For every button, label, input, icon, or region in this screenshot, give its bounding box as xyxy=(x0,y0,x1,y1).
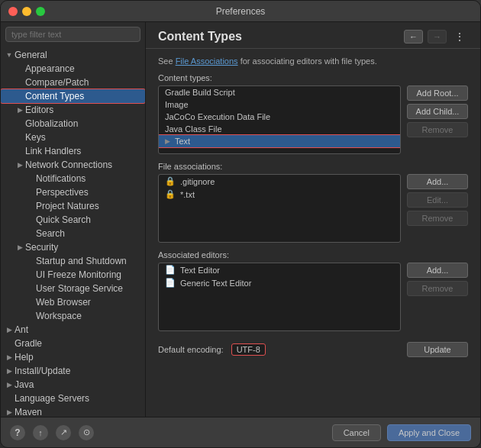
apply-close-button[interactable]: Apply and Close xyxy=(387,424,471,441)
sidebar-item-general[interactable]: General xyxy=(1,48,145,62)
sidebar-item-startup-shutdown[interactable]: Startup and Shutdown xyxy=(1,254,145,268)
sidebar-item-label-maven: Maven xyxy=(15,407,42,417)
sidebar-item-help[interactable]: Help xyxy=(1,350,145,364)
sidebar-item-security[interactable]: Security xyxy=(1,240,145,254)
sidebar-item-label-appearance: Appearance xyxy=(25,63,75,74)
settings-icon[interactable]: ⊙ xyxy=(79,425,94,440)
sidebar-item-workspace[interactable]: Workspace xyxy=(1,309,145,323)
title-bar: Preferences xyxy=(1,1,480,22)
sidebar-item-label-general: General xyxy=(15,50,47,60)
encoding-value[interactable]: UTF-8 xyxy=(231,343,266,356)
info-text2: for associating editors with file types. xyxy=(238,56,377,66)
preferences-window: Preferences GeneralAppearanceCompare/Pat… xyxy=(0,0,481,448)
sidebar-item-label-link-handlers: Link Handlers xyxy=(25,146,81,156)
content-type-row[interactable]: Gradle Build Script xyxy=(159,86,400,98)
tree-arrow-ant xyxy=(4,326,15,334)
content-types-with-buttons: Gradle Build ScriptImageJaCoCo Execution… xyxy=(158,85,468,154)
sidebar-item-label-java: Java xyxy=(15,379,34,390)
file-assoc-row[interactable]: 🔒.gitignore xyxy=(159,175,400,188)
sidebar-item-label-workspace: Workspace xyxy=(36,311,82,321)
content-type-btn-add-root---[interactable]: Add Root... xyxy=(407,85,468,101)
content-type-label: Text xyxy=(175,137,190,146)
sidebar-item-network-connections[interactable]: Network Connections xyxy=(1,158,145,172)
filter-input[interactable] xyxy=(5,27,140,42)
sidebar-item-globalization[interactable]: Globalization xyxy=(1,117,145,131)
assoc-editor-row[interactable]: 📄Text Editor xyxy=(159,263,400,276)
help-icon[interactable]: ? xyxy=(10,425,25,440)
sidebar-item-label-language-servers: Language Servers xyxy=(15,393,89,404)
sidebar-item-project-natures[interactable]: Project Natures xyxy=(1,199,145,213)
more-button[interactable]: ⋮ xyxy=(451,31,468,43)
content-type-row[interactable]: JaCoCo Execution Data File xyxy=(159,111,400,123)
assoc-editor-btn-add---[interactable]: Add... xyxy=(407,263,468,278)
sidebar-item-search[interactable]: Search xyxy=(1,227,145,240)
sidebar-item-label-search: Search xyxy=(36,228,65,239)
sidebar-item-compare-patch[interactable]: Compare/Patch xyxy=(1,76,145,89)
content-type-btn-add-child---[interactable]: Add Child... xyxy=(407,104,468,119)
forward-button[interactable]: → xyxy=(428,30,447,44)
content-types-label: Content types: xyxy=(158,73,468,82)
sidebar-item-link-handlers[interactable]: Link Handlers xyxy=(1,144,145,158)
tree-arrow-maven xyxy=(4,408,15,416)
content-type-btn-remove: Remove xyxy=(407,122,468,137)
sidebar-item-install-update[interactable]: Install/Update xyxy=(1,364,145,378)
sidebar-item-content-types[interactable]: Content Types xyxy=(1,89,145,103)
assoc-editors-label: Associated editors: xyxy=(158,250,468,259)
content-area: GeneralAppearanceCompare/PatchContent Ty… xyxy=(1,22,480,417)
sidebar-item-editors[interactable]: Editors xyxy=(1,103,145,117)
sidebar-item-gradle[interactable]: Gradle xyxy=(1,337,145,350)
assoc-editor-row[interactable]: 📄Generic Text Editor xyxy=(159,276,400,289)
file-assoc-btn-add---[interactable]: Add... xyxy=(407,174,468,189)
sidebar-item-maven[interactable]: Maven xyxy=(1,405,145,417)
sidebar-item-label-security: Security xyxy=(25,242,58,253)
sidebar-item-appearance[interactable]: Appearance xyxy=(1,62,145,76)
assoc-editors-list: 📄Text Editor📄Generic Text Editor xyxy=(158,263,401,331)
import-icon[interactable]: ↗ xyxy=(56,425,71,440)
info-text: See xyxy=(158,56,176,66)
info-line: See File Associations for associating ed… xyxy=(158,56,468,66)
file-assoc-label: *.txt xyxy=(180,190,195,199)
file-assoc-buttons: Add...Edit...Remove xyxy=(407,174,468,243)
footer-buttons: Cancel Apply and Close xyxy=(332,424,471,441)
sidebar-item-notifications[interactable]: Notifications xyxy=(1,172,145,185)
close-button[interactable] xyxy=(8,7,18,16)
sidebar-item-user-storage[interactable]: User Storage Service xyxy=(1,282,145,295)
tree-arrow-help xyxy=(4,353,15,361)
tree-arrow-java xyxy=(4,381,15,388)
sidebar-item-label-startup-shutdown: Startup and Shutdown xyxy=(36,256,127,266)
export-icon[interactable]: ↑ xyxy=(33,425,48,440)
sidebar-item-quick-search[interactable]: Quick Search xyxy=(1,213,145,227)
content-type-row[interactable]: ▶Text xyxy=(159,135,400,147)
sidebar-item-keys[interactable]: Keys xyxy=(1,131,145,144)
minimize-button[interactable] xyxy=(22,7,31,16)
main-panel: Content Types ← → ⋮ See File Association… xyxy=(146,22,480,417)
sidebar-item-java[interactable]: Java xyxy=(1,378,145,392)
file-assoc-label: .gitignore xyxy=(180,177,215,186)
sidebar-item-label-help: Help xyxy=(15,352,34,363)
content-type-row[interactable]: Image xyxy=(159,98,400,111)
content-type-row[interactable]: Java Class File xyxy=(159,123,400,135)
back-button[interactable]: ← xyxy=(404,30,423,44)
file-assoc-row[interactable]: 🔒*.txt xyxy=(159,188,400,201)
file-associations-link[interactable]: File Associations xyxy=(176,56,238,66)
sidebar-item-perspectives[interactable]: Perspectives xyxy=(1,185,145,199)
file-associations-with-buttons: 🔒.gitignore🔒*.txt Add...Edit...Remove xyxy=(158,174,468,243)
file-associations-list-area: 🔒.gitignore🔒*.txt xyxy=(158,174,401,243)
cancel-button[interactable]: Cancel xyxy=(332,424,381,441)
sidebar-item-label-quick-search: Quick Search xyxy=(36,214,91,225)
maximize-button[interactable] xyxy=(36,7,45,16)
lock-icon: 🔒 xyxy=(165,176,176,186)
sidebar-item-ui-freeze[interactable]: UI Freeze Monitoring xyxy=(1,268,145,282)
update-button[interactable]: Update xyxy=(407,342,468,357)
sidebar-item-web-browser[interactable]: Web Browser xyxy=(1,295,145,309)
content-type-label: Image xyxy=(165,100,189,109)
traffic-lights xyxy=(8,7,45,16)
sidebar-item-label-editors: Editors xyxy=(25,105,53,115)
sidebar-item-label-notifications: Notifications xyxy=(36,173,86,184)
sidebar-item-ant[interactable]: Ant xyxy=(1,323,145,337)
window-title: Preferences xyxy=(216,6,266,17)
footer-icons: ? ↑ ↗ ⊙ xyxy=(10,425,94,440)
file-assoc-btn-remove: Remove xyxy=(407,211,468,226)
sidebar-item-language-servers[interactable]: Language Servers xyxy=(1,392,145,405)
panel-nav: ← → ⋮ xyxy=(404,30,468,44)
